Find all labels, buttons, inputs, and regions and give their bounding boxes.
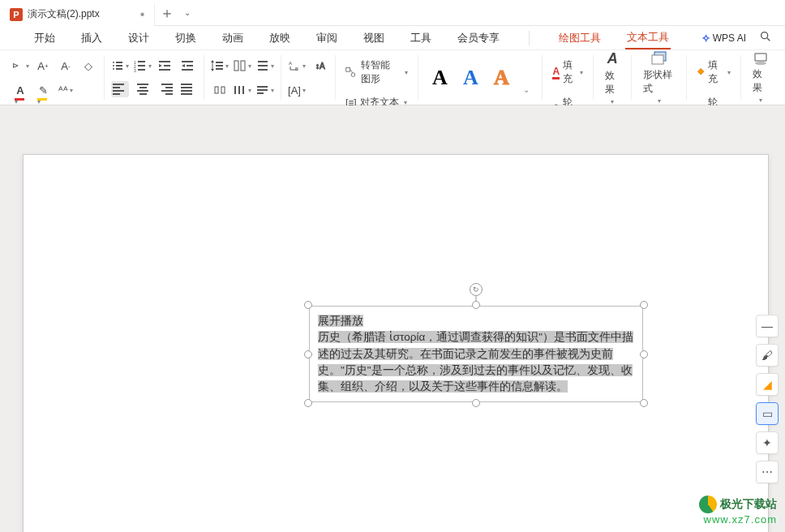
decrease-font-button[interactable]: A- bbox=[57, 57, 75, 75]
resize-handle-nw[interactable] bbox=[304, 301, 312, 309]
numbering-button[interactable]: 123 bbox=[134, 57, 152, 75]
ribbon-tab-insert[interactable]: 插入 bbox=[79, 28, 104, 49]
resize-handle-sw[interactable] bbox=[304, 399, 312, 407]
more-tools-button[interactable]: ⋯ bbox=[756, 461, 779, 483]
ribbon-tab-member[interactable]: 会员专享 bbox=[456, 28, 501, 49]
svg-rect-12 bbox=[138, 65, 145, 66]
watermark-url: www.xz7.com bbox=[699, 513, 777, 526]
textbox-selection[interactable]: ↻ 展开播放 历史（希腊语 ἱστορία，通过调查获得的知识"）是书面文件中描… bbox=[309, 306, 643, 402]
font-color-button[interactable]: A bbox=[11, 81, 29, 99]
resize-handle-e[interactable] bbox=[640, 350, 648, 358]
magic-tool-button[interactable]: ✦ bbox=[756, 431, 779, 454]
paragraph-dialog-button[interactable] bbox=[256, 81, 274, 99]
canvas-area[interactable]: ↻ 展开播放 历史（希腊语 ἱστορία，通过调查获得的知识"）是书面文件中描… bbox=[0, 105, 785, 532]
ribbon-tab-transition[interactable]: 切换 bbox=[174, 28, 198, 49]
shape-fill-button[interactable]: 填充 bbox=[693, 57, 734, 88]
collapse-panel-button[interactable]: — bbox=[756, 315, 779, 337]
ribbon-toolbar: ⊳ A+ A- ◇ A ✎ ᴬᴬ 123 bbox=[0, 50, 785, 105]
shape-effect-group: 效果 bbox=[741, 55, 780, 100]
textbox-line2: 历史（希腊语 ἱστορία，通过调查获得的知识"）是书面文件中描述的过去及其研… bbox=[318, 331, 633, 393]
unsaved-indicator: • bbox=[140, 7, 145, 22]
powerpoint-icon: P bbox=[10, 8, 23, 21]
svg-rect-31 bbox=[258, 61, 268, 62]
align-center-button[interactable] bbox=[134, 81, 152, 97]
paragraph-spacing-button[interactable] bbox=[256, 57, 274, 75]
spacing-group bbox=[204, 55, 281, 100]
ribbon-tab-view[interactable]: 视图 bbox=[362, 28, 386, 49]
align-left-button[interactable] bbox=[111, 81, 129, 97]
svg-rect-19 bbox=[182, 61, 193, 62]
increase-indent-button[interactable] bbox=[179, 57, 197, 75]
svg-rect-4 bbox=[116, 62, 122, 63]
tab-menu-dropdown[interactable]: ⌄ bbox=[179, 8, 195, 17]
text-effect-button[interactable]: A 效果 bbox=[600, 49, 624, 107]
vertical-text-button[interactable]: ↕A bbox=[311, 57, 328, 75]
highlight-color-button[interactable]: ✎ bbox=[34, 81, 52, 99]
ribbon-tab-texttools[interactable]: 文本工具 bbox=[625, 27, 671, 49]
wps-ai-button[interactable]: ⟡ WPS AI bbox=[702, 31, 746, 45]
svg-point-7 bbox=[113, 68, 114, 70]
columns-button[interactable] bbox=[234, 57, 251, 75]
decrease-indent-button[interactable] bbox=[157, 57, 174, 75]
textbox[interactable]: 展开播放 历史（希腊语 ἱστορία，通过调查获得的知识"）是书面文件中描述的… bbox=[309, 306, 643, 402]
text-direction-button[interactable]: AB bbox=[288, 57, 306, 75]
rotate-handle[interactable]: ↻ bbox=[470, 283, 483, 296]
align-right-button[interactable] bbox=[157, 81, 174, 97]
smart-group: 转智能图形 [≡] 对齐文本 bbox=[336, 55, 418, 100]
bullets-button[interactable] bbox=[111, 57, 129, 75]
text-rotate-button[interactable]: [A] bbox=[288, 81, 306, 99]
new-tab-button[interactable]: ＋ bbox=[155, 1, 179, 25]
select-tool-button[interactable]: ▭ bbox=[756, 402, 779, 425]
svg-rect-48 bbox=[652, 55, 663, 64]
tab-stops-button[interactable] bbox=[234, 81, 251, 99]
svg-rect-32 bbox=[258, 65, 268, 66]
svg-point-0 bbox=[761, 32, 768, 39]
resize-handle-ne[interactable] bbox=[640, 301, 648, 309]
clear-format-button[interactable]: ◇ bbox=[79, 57, 97, 75]
svg-point-3 bbox=[113, 62, 114, 63]
document-tab[interactable]: P 演示文稿(2).pptx • bbox=[0, 3, 155, 26]
resize-handle-s[interactable] bbox=[472, 399, 480, 407]
resize-handle-w[interactable] bbox=[304, 350, 312, 358]
ribbon-tab-drawtools[interactable]: 绘图工具 bbox=[557, 28, 603, 49]
shape-effect-button[interactable]: 效果 bbox=[748, 49, 774, 105]
wordart-preset-black[interactable]: A bbox=[425, 63, 454, 92]
fill-tool-button[interactable]: ◢ bbox=[756, 373, 779, 396]
svg-rect-40 bbox=[257, 89, 268, 91]
side-toolbar: — 🖌 ◢ ▭ ✦ ⋯ bbox=[756, 315, 779, 483]
ribbon-tab-animation[interactable]: 动画 bbox=[221, 28, 245, 49]
svg-rect-14 bbox=[138, 69, 145, 71]
search-icon[interactable] bbox=[759, 30, 772, 45]
distribute-horizontal-button[interactable] bbox=[211, 81, 229, 99]
ribbon-tab-start[interactable]: 开始 bbox=[32, 28, 57, 49]
resize-handle-se[interactable] bbox=[640, 399, 648, 407]
font-family-dropdown[interactable]: ⊳ bbox=[11, 57, 29, 75]
text-effect-group: A 效果 bbox=[594, 55, 632, 100]
shape-fill-group: 填充 轮廓 bbox=[687, 55, 741, 100]
slide[interactable]: ↻ 展开播放 历史（希腊语 ἱστορία，通过调查获得的知识"）是书面文件中描… bbox=[23, 154, 769, 532]
ribbon-tab-tools[interactable]: 工具 bbox=[409, 28, 433, 49]
ribbon-tab-design[interactable]: 设计 bbox=[127, 28, 151, 49]
shape-style-button[interactable]: 形状样式 bbox=[638, 49, 679, 106]
text-fill-button[interactable]: A 填充 bbox=[549, 57, 586, 88]
shape-fill-label: 填充 bbox=[708, 58, 723, 86]
convert-smartshape-button[interactable]: 转智能图形 bbox=[342, 57, 411, 88]
watermark: 极光下载站 www.xz7.com bbox=[699, 496, 777, 526]
svg-point-50 bbox=[755, 62, 766, 65]
ribbon-tab-review[interactable]: 审阅 bbox=[315, 28, 339, 49]
svg-rect-29 bbox=[234, 61, 238, 71]
svg-rect-35 bbox=[221, 87, 225, 93]
text-effects-button[interactable]: ᴬᴬ bbox=[57, 81, 75, 99]
resize-handle-n[interactable] bbox=[472, 301, 480, 309]
line-spacing-button[interactable] bbox=[211, 57, 229, 75]
wordart-preset-blue[interactable]: A bbox=[456, 63, 485, 92]
wordart-preset-outline[interactable]: A bbox=[487, 63, 516, 92]
align-justify-button[interactable] bbox=[179, 81, 197, 97]
increase-font-button[interactable]: A+ bbox=[34, 57, 52, 75]
wordart-more-button[interactable]: ⌄ bbox=[517, 80, 535, 98]
svg-marker-24 bbox=[211, 60, 214, 62]
svg-rect-45 bbox=[346, 68, 350, 72]
svg-marker-20 bbox=[182, 64, 185, 67]
ribbon-tab-slideshow[interactable]: 放映 bbox=[268, 28, 292, 49]
format-painter-button[interactable]: 🖌 bbox=[756, 344, 779, 367]
